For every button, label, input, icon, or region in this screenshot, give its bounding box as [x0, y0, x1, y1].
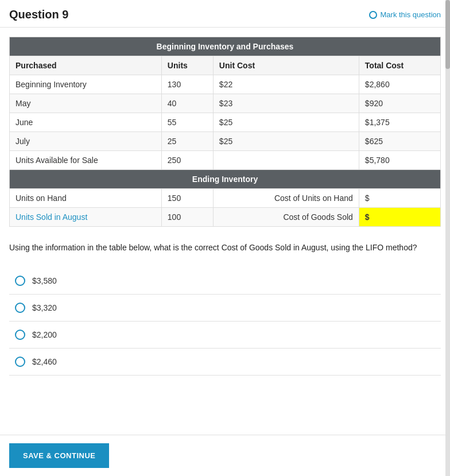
question-text: Using the information in the table below…: [0, 236, 450, 263]
column-header-row: Purchased Units Unit Cost Total Cost: [10, 56, 441, 75]
scrollbar-track: [445, 0, 450, 476]
col-purchased: Purchased: [10, 56, 162, 75]
option-b[interactable]: $3,320: [9, 295, 441, 322]
table-row: Units Available for Sale 250 $5,780: [10, 151, 441, 170]
col-units: Units: [161, 56, 213, 75]
units-cell: 25: [161, 132, 213, 151]
ending-units-2: 100: [161, 208, 213, 227]
scrollbar-thumb[interactable]: [445, 0, 450, 69]
mark-circle-icon: [369, 11, 377, 19]
footer-bar: SAVE & CONTINUE: [0, 435, 450, 476]
purchased-cell: Units Available for Sale: [10, 151, 162, 170]
ending-label-2: Units Sold in August: [10, 208, 162, 227]
mark-question-button[interactable]: Mark this question: [369, 10, 441, 19]
total-cost-cell: $5,780: [359, 151, 440, 170]
total-cost-cell: $920: [359, 94, 440, 113]
option-c[interactable]: $2,200: [9, 322, 441, 349]
total-cost-cell: $2,860: [359, 75, 440, 94]
question-title: Question 9: [9, 8, 68, 21]
col-total-cost: Total Cost: [359, 56, 440, 75]
ending-row-1: Units on Hand 150 Cost of Units on Hand …: [10, 189, 441, 208]
col-unit-cost: Unit Cost: [213, 56, 359, 75]
radio-a[interactable]: [15, 276, 25, 286]
purchased-cell: Beginning Inventory: [10, 75, 162, 94]
unit-cost-cell: $25: [213, 113, 359, 132]
section2-header-cell: Ending Inventory: [10, 170, 441, 189]
table-row: July 25 $25 $625: [10, 132, 441, 151]
units-cell: 130: [161, 75, 213, 94]
radio-d[interactable]: [15, 357, 25, 367]
ending-units-1: 150: [161, 189, 213, 208]
units-cell: 55: [161, 113, 213, 132]
option-a-label: $3,580: [32, 276, 57, 285]
option-b-label: $3,320: [32, 303, 57, 312]
ending-cost-label-2: Cost of Goods Sold: [213, 208, 359, 227]
option-a[interactable]: $3,580: [9, 268, 441, 295]
table-row: Beginning Inventory 130 $22 $2,860: [10, 75, 441, 94]
purchased-cell: May: [10, 94, 162, 113]
ending-cost-value-1: $: [359, 189, 440, 208]
content-area: Beginning Inventory and Purchases Purcha…: [0, 28, 450, 227]
section1-header-cell: Beginning Inventory and Purchases: [10, 37, 441, 56]
save-continue-button[interactable]: SAVE & CONTINUE: [9, 443, 109, 468]
unit-cost-cell: $23: [213, 94, 359, 113]
purchased-cell: July: [10, 132, 162, 151]
header-bar: Question 9 Mark this question: [0, 0, 450, 28]
radio-c[interactable]: [15, 330, 25, 340]
unit-cost-cell: $25: [213, 132, 359, 151]
purchased-cell: June: [10, 113, 162, 132]
units-cell: 40: [161, 94, 213, 113]
total-cost-cell: $1,375: [359, 113, 440, 132]
ending-cost-label-1: Cost of Units on Hand: [213, 189, 359, 208]
ending-label-1: Units on Hand: [10, 189, 162, 208]
ending-cost-value-2: $: [359, 208, 440, 227]
page-container: Question 9 Mark this question Beginning …: [0, 0, 450, 476]
ending-row-2: Units Sold in August 100 Cost of Goods S…: [10, 208, 441, 227]
unit-cost-cell: [213, 151, 359, 170]
section2-header-row: Ending Inventory: [10, 170, 441, 189]
table-row: June 55 $25 $1,375: [10, 113, 441, 132]
inventory-table: Beginning Inventory and Purchases Purcha…: [9, 37, 441, 227]
mark-question-label: Mark this question: [381, 10, 441, 19]
table-row: May 40 $23 $920: [10, 94, 441, 113]
options-area: $3,580 $3,320 $2,200 $2,460: [0, 263, 450, 376]
option-c-label: $2,200: [32, 330, 57, 339]
section1-header-row: Beginning Inventory and Purchases: [10, 37, 441, 56]
unit-cost-cell: $22: [213, 75, 359, 94]
radio-b[interactable]: [15, 303, 25, 313]
option-d[interactable]: $2,460: [9, 349, 441, 376]
units-cell: 250: [161, 151, 213, 170]
option-d-label: $2,460: [32, 357, 57, 366]
total-cost-cell: $625: [359, 132, 440, 151]
